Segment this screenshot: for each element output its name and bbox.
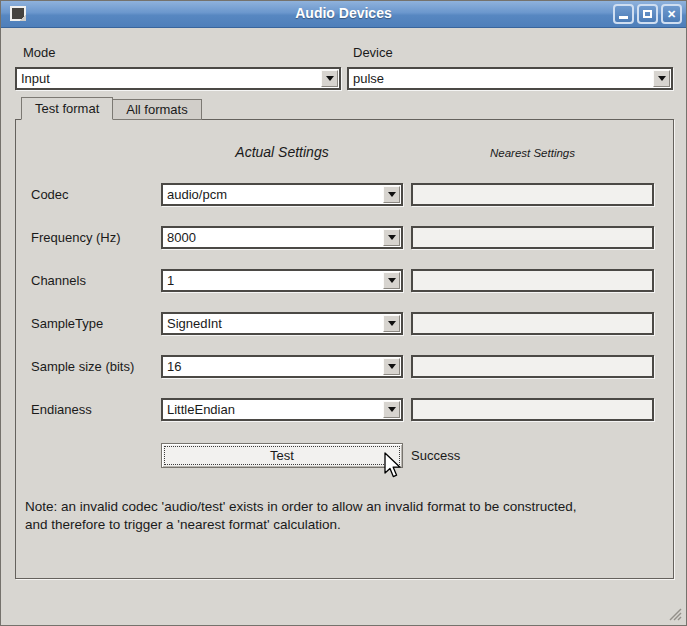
- samplesize-dropdown-button[interactable]: [383, 358, 400, 375]
- maximize-button[interactable]: [637, 4, 658, 24]
- channels-dropdown-button[interactable]: [383, 272, 400, 289]
- frequency-dropdown-button[interactable]: [383, 229, 400, 246]
- sampletype-label: SampleType: [31, 316, 103, 331]
- channels-nearest-field: [411, 269, 654, 292]
- mode-combobox[interactable]: Input: [15, 67, 341, 90]
- codec-value: audio/pcm: [163, 187, 382, 202]
- endianess-combobox[interactable]: LittleEndian: [161, 398, 403, 421]
- titlebar[interactable]: Audio Devices ✕: [1, 1, 686, 28]
- chevron-down-icon: [388, 192, 396, 197]
- status-label: Success: [411, 443, 460, 468]
- codec-combobox[interactable]: audio/pcm: [161, 183, 403, 206]
- mode-dropdown-button[interactable]: [321, 70, 338, 87]
- test-button-label: Test: [270, 448, 294, 463]
- samplesize-combobox[interactable]: 16: [161, 355, 403, 378]
- window-title: Audio Devices: [1, 5, 686, 21]
- codec-nearest-field: [411, 183, 654, 206]
- endianess-value: LittleEndian: [163, 402, 382, 417]
- chevron-down-icon: [388, 364, 396, 369]
- sampletype-nearest-field: [411, 312, 654, 335]
- nearest-settings-header: Nearest Settings: [411, 147, 654, 159]
- samplesize-value: 16: [163, 359, 382, 374]
- samplesize-nearest-field: [411, 355, 654, 378]
- device-label: Device: [353, 45, 393, 60]
- format-tabs: Test format All formats: [21, 97, 202, 120]
- samplesize-label: Sample size (bits): [31, 359, 134, 374]
- mode-label: Mode: [23, 45, 56, 60]
- frequency-value: 8000: [163, 230, 382, 245]
- close-button[interactable]: ✕: [661, 4, 682, 24]
- codec-label: Codec: [31, 187, 69, 202]
- sampletype-dropdown-button[interactable]: [383, 315, 400, 332]
- device-combobox[interactable]: pulse: [347, 67, 673, 90]
- channels-value: 1: [163, 273, 382, 288]
- chevron-down-icon: [388, 407, 396, 412]
- window-controls: ✕: [613, 4, 682, 24]
- tab-all-formats[interactable]: All formats: [113, 99, 201, 120]
- tab-test-format[interactable]: Test format: [21, 97, 113, 120]
- endianess-nearest-field: [411, 398, 654, 421]
- chevron-down-icon: [388, 321, 396, 326]
- chevron-down-icon: [388, 235, 396, 240]
- sampletype-combobox[interactable]: SignedInt: [161, 312, 403, 335]
- close-icon: ✕: [667, 9, 676, 20]
- minimize-icon: [619, 16, 628, 19]
- endianess-dropdown-button[interactable]: [383, 401, 400, 418]
- chevron-down-icon: [658, 76, 666, 81]
- chevron-down-icon: [326, 76, 334, 81]
- device-dropdown-button[interactable]: [653, 70, 670, 87]
- codec-dropdown-button[interactable]: [383, 186, 400, 203]
- chevron-down-icon: [388, 278, 396, 283]
- sampletype-value: SignedInt: [163, 316, 382, 331]
- note-text: Note: an invalid codec 'audio/test' exis…: [25, 498, 661, 534]
- actual-settings-header: Actual Settings: [161, 144, 403, 160]
- frequency-combobox[interactable]: 8000: [161, 226, 403, 249]
- audio-devices-window: Audio Devices ✕ Mode Input Device pulse …: [0, 0, 687, 626]
- channels-combobox[interactable]: 1: [161, 269, 403, 292]
- test-format-pane: Actual Settings Nearest Settings Codec a…: [15, 119, 674, 579]
- device-value: pulse: [349, 71, 652, 86]
- resize-grip[interactable]: [668, 607, 682, 621]
- frequency-label: Frequency (Hz): [31, 230, 121, 245]
- mode-value: Input: [17, 71, 320, 86]
- channels-label: Channels: [31, 273, 86, 288]
- test-button[interactable]: Test: [161, 443, 403, 468]
- endianess-label: Endianess: [31, 402, 92, 417]
- minimize-button[interactable]: [613, 4, 634, 24]
- maximize-icon: [643, 10, 652, 18]
- frequency-nearest-field: [411, 226, 654, 249]
